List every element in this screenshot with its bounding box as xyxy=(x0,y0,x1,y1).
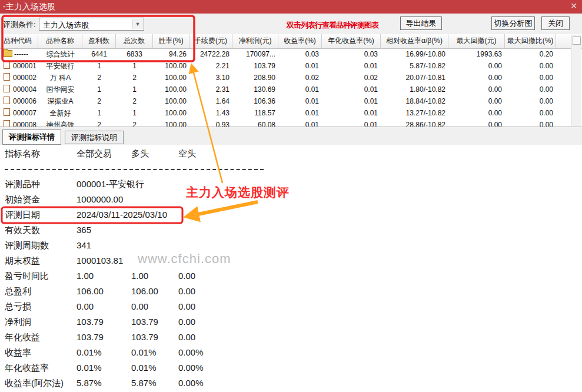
tab-indicator-details[interactable]: 评测指标详情 xyxy=(2,129,61,145)
report-value: 1000103.81 xyxy=(77,253,131,268)
column-header[interactable]: 手续费(元) xyxy=(189,34,232,48)
report-value: 0.00 xyxy=(178,314,195,330)
column-header[interactable]: 胜率(%) xyxy=(153,34,189,48)
report-value: 341 xyxy=(77,238,131,253)
cell-total: 2 xyxy=(116,95,153,107)
close-icon[interactable]: ✕ xyxy=(570,1,577,11)
column-header[interactable]: 品种名称 xyxy=(38,34,82,48)
export-button[interactable]: 导出结果 xyxy=(400,16,442,30)
report-value: 103.79 xyxy=(77,330,131,345)
table-row[interactable]: 000007全新好11100.001.43118.570.010.0113.27… xyxy=(0,107,570,119)
column-header[interactable]: 最大回撤(元) xyxy=(448,34,505,48)
report-label: 收益率(阿尔法) xyxy=(5,376,77,391)
cell-annual: 0.01 xyxy=(322,119,381,127)
cell-profit: 170097... xyxy=(232,48,278,60)
column-header[interactable]: 收益率(%) xyxy=(278,34,322,48)
chevron-down-icon[interactable]: ▼ xyxy=(132,19,143,29)
cell-winrate: 100.00 xyxy=(153,60,189,72)
cell-fee: 2.21 xyxy=(189,60,232,72)
cell-total: 6833 xyxy=(116,48,153,60)
column-header[interactable]: 净利润(元) xyxy=(232,34,278,48)
table-row[interactable]: ------综合统计6441683394.2624722.28170097...… xyxy=(0,48,570,60)
report-value: 1.00 xyxy=(77,268,131,284)
cell-ddratio: 0.20 xyxy=(505,48,556,60)
cell-code: 000004 xyxy=(0,84,38,95)
report-row: 有效天数365 xyxy=(5,222,417,238)
watermark: www.cfchi.com xyxy=(138,251,231,267)
report-value: 000001-平安银行 xyxy=(77,177,131,192)
cell-wins: 1 xyxy=(82,84,116,95)
cell-return: 0.01 xyxy=(278,60,322,72)
report-value: 0.01% xyxy=(77,360,131,376)
toolbar: 评测条件: 主力入场选股 ▼ 双击列表行查看品种评测图表 导出结果 切换分析图 … xyxy=(0,14,582,34)
hint-text: 双击列表行查看品种评测图表 xyxy=(287,20,378,31)
scroll-up-button[interactable] xyxy=(573,36,581,45)
condition-label: 评测条件: xyxy=(3,19,36,30)
cell-drawdown: 0.00 xyxy=(448,119,505,127)
table-row[interactable]: 000001平安银行11100.002.21103.790.010.015.87… xyxy=(0,60,570,72)
cell-alpha: 1.80/-10.82 xyxy=(381,84,448,95)
report-value: 103.79 xyxy=(131,330,178,345)
cell-total: 1 xyxy=(116,84,153,95)
report-value: 0.01% xyxy=(131,360,178,376)
column-header[interactable]: 最大回撤比(%) xyxy=(505,34,556,48)
cell-return: 0.01 xyxy=(278,95,322,107)
cell-total: 1 xyxy=(116,60,153,72)
cell-fee: 1.64 xyxy=(189,95,232,107)
report-label: 总盈利 xyxy=(5,284,77,299)
cell-fee: 3.10 xyxy=(189,72,232,84)
column-header[interactable]: 总次数 xyxy=(116,34,153,48)
cell-profit: 106.36 xyxy=(232,95,278,107)
column-header[interactable]: 品种代码 xyxy=(0,34,38,48)
cell-total: 2 xyxy=(116,119,153,127)
report-value: 1000000.00 xyxy=(77,192,131,207)
cell-winrate: 100.00 xyxy=(153,119,189,127)
cell-name: 平安银行 xyxy=(38,60,82,72)
tab-indicator-notes[interactable]: 评测指标说明 xyxy=(65,131,124,144)
cell-return: 0.01 xyxy=(278,107,322,119)
cell-profit: 208.90 xyxy=(232,72,278,84)
column-header[interactable]: 年化收益率(%) xyxy=(322,34,381,48)
table-row[interactable]: 000004国华网安11100.002.31130.690.010.011.80… xyxy=(0,84,570,95)
report-row: 收益率0.01%0.01%0.00% xyxy=(5,345,417,360)
switch-chart-button[interactable]: 切换分析图 xyxy=(491,16,535,30)
doc-icon xyxy=(4,73,10,81)
report-value: 0.00 xyxy=(131,299,178,314)
cell-drawdown: 0.00 xyxy=(448,84,505,95)
report-label: 评测品种 xyxy=(5,177,77,192)
cell-winrate: 100.00 xyxy=(153,84,189,95)
cell-ddratio: 0.00 xyxy=(505,84,556,95)
report-value: 0.00 xyxy=(178,299,195,314)
column-header[interactable]: 相对收益率α/β(%) xyxy=(381,34,448,48)
report-header: 全部交易 xyxy=(77,146,131,161)
table-row[interactable]: 000002万 科A22100.003.10208.900.020.0220.0… xyxy=(0,72,570,84)
report-value: 0.00% xyxy=(178,376,204,391)
cell-alpha: 5.87/-10.82 xyxy=(381,60,448,72)
cell-fee: 24722.28 xyxy=(189,48,232,60)
report-value: 365 xyxy=(77,222,131,238)
table-row[interactable]: 000006深振业A22100.001.64106.360.010.0118.8… xyxy=(0,95,570,107)
cell-profit: 118.57 xyxy=(232,107,278,119)
cell-annual: 0.01 xyxy=(322,95,381,107)
cell-drawdown: 0.00 xyxy=(448,95,505,107)
condition-select[interactable]: 主力入场选股 ▼ xyxy=(39,18,144,31)
cell-ddratio: 0.00 xyxy=(505,95,556,107)
vertical-scrollbar[interactable] xyxy=(571,35,581,126)
cell-return: 0.01 xyxy=(278,119,322,127)
condition-value: 主力入场选股 xyxy=(43,20,89,31)
column-header[interactable]: 盈利数 xyxy=(82,34,116,48)
report-label: 年化收益 xyxy=(5,330,77,345)
report-value: 0.00 xyxy=(178,268,195,284)
close-button[interactable]: 关闭 xyxy=(541,16,570,30)
cell-annual: 0.02 xyxy=(322,72,381,84)
cell-profit: 130.69 xyxy=(232,84,278,95)
report-value: 0.00 xyxy=(77,299,131,314)
report-value: 106.00 xyxy=(77,284,131,299)
cell-alpha: 16.99/-10.80 xyxy=(381,48,448,60)
cell-alpha: 18.84/-10.82 xyxy=(381,95,448,107)
report-header: 多头 xyxy=(131,146,178,161)
table-row[interactable]: 000008神州高铁22100.000.9360.080.010.0128.86… xyxy=(0,119,570,127)
cell-return: 0.02 xyxy=(278,72,322,84)
cell-drawdown: 0.00 xyxy=(448,72,505,84)
doc-icon xyxy=(4,108,10,116)
